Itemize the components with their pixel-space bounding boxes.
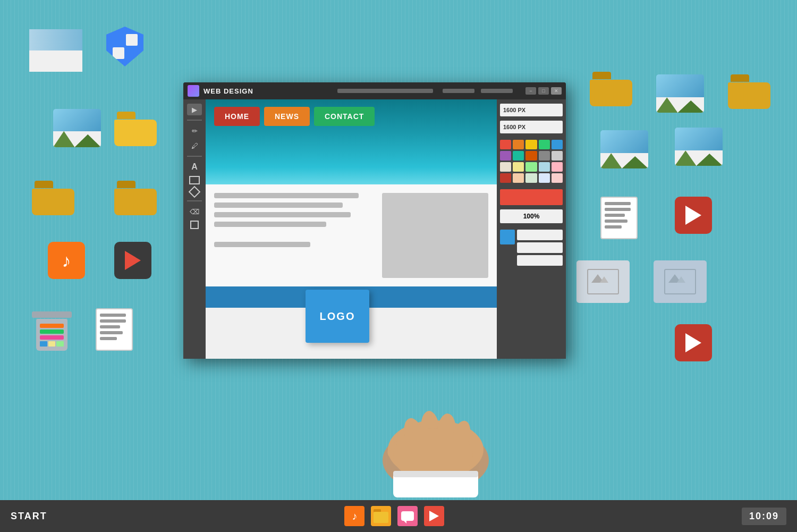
logo-card[interactable]: LOGO [306,290,369,343]
desktop-icon-shield[interactable] [106,27,143,66]
canvas-header: HOME NEWS CONTACT [206,99,497,184]
taskbar-chat-icon[interactable] [397,506,418,526]
photo-placeholder-br1 [576,260,630,303]
taskbar-clock: 10:09 [742,508,786,525]
folder-icon-1 [114,112,157,146]
app-right-panel: 1600 PX 1600 PX [497,99,566,359]
tool-square-small[interactable] [190,221,199,229]
app-titlebar[interactable]: WEB DESIGN − □ ✕ [183,82,566,99]
folder-icon-2 [32,181,74,215]
tool-brush[interactable]: 🖊 [187,140,202,151]
swatch-18[interactable] [525,173,537,183]
app-sidebar: ▶ ✏ 🖊 A ⌫ [183,99,206,359]
nav-home-button[interactable]: HOME [214,107,260,126]
taskbar-play-icon[interactable] [424,506,444,526]
canvas-nav: HOME NEWS CONTACT [206,99,497,133]
app-controls: − □ ✕ [525,87,562,95]
minimize-button[interactable]: − [525,87,536,95]
desktop-icon-doc-left[interactable] [96,308,133,351]
doc-line-r3 [605,214,625,217]
trash-lid [32,311,72,318]
swatch-19[interactable] [539,173,550,183]
swatch-12[interactable] [513,162,524,172]
desktop-icon-youtube-br[interactable] [675,324,712,361]
trash-strip-1 [40,324,64,328]
taskbar-music-icon[interactable]: ♪ [344,506,364,526]
tool-select[interactable]: ▶ [187,104,202,115]
desktop-icon-photo-1[interactable] [53,109,101,147]
taskbar-folder-icon[interactable] [371,506,391,526]
swatch-7[interactable] [513,151,524,161]
swatch-16[interactable] [500,173,511,183]
doc-line-4 [100,331,123,334]
folder-body-1 [114,120,157,146]
panel-inputs [517,230,563,266]
desktop-icon-photo-br1[interactable] [576,260,630,303]
desktop-icon-folder-1[interactable] [114,112,157,146]
doc-line-3 [100,325,120,328]
trash-cell-2 [48,341,56,347]
panel-zoom-field[interactable]: 100% [500,209,563,223]
panel-height-field[interactable]: 1600 PX [500,121,563,133]
trash-body [36,319,67,351]
tool-eraser[interactable]: ⌫ [187,206,202,217]
desktop-icon-folder-2[interactable] [32,181,74,215]
swatch-6[interactable] [500,151,511,161]
folder-tab-1 [117,112,135,119]
swatch-15[interactable] [552,162,563,172]
tool-text[interactable]: A [187,161,202,173]
swatch-14[interactable] [539,162,550,172]
titlebar-bar-2 [443,89,474,93]
desktop-icon-photo-tr3[interactable] [675,128,723,166]
panel-blue-box [500,230,515,244]
trash-strip-2 [40,330,64,334]
nav-news-button[interactable]: NEWS [264,107,310,126]
swatch-3[interactable] [525,140,537,149]
panel-input-2[interactable] [517,242,563,253]
desktop-icon-photo-tr2[interactable] [600,130,648,168]
desktop-icon-music[interactable]: ♪ [48,242,85,279]
swatch-13[interactable] [525,162,537,172]
desktop-icon-photo-br2[interactable] [654,260,707,303]
shield-quad-3 [113,47,124,59]
desktop-icon-youtube-left[interactable] [114,242,151,279]
doc-line-r4 [605,219,628,223]
maximize-button[interactable]: □ [538,87,549,95]
youtube-play-left [125,251,141,270]
start-button[interactable]: START [11,511,47,522]
swatch-2[interactable] [513,140,524,149]
panel-input-3[interactable] [517,255,563,266]
desktop-icon-folder-tr2[interactable] [728,74,770,109]
desktop-icon-photo-tr1[interactable] [656,74,704,113]
desktop-icon-folder-3[interactable] [114,181,157,215]
doc-line-r1 [605,202,631,205]
desktop-icon-monitor[interactable] [29,29,82,72]
desktop-icon-doc-right[interactable] [600,197,638,239]
desktop-icon-youtube-right[interactable] [675,197,712,234]
swatch-17[interactable] [513,173,524,183]
sidebar-divider-3 [187,200,202,201]
desktop-icon-folder-tr[interactable] [590,72,632,106]
text-line-1 [214,193,359,198]
nav-contact-button[interactable]: CONTACT [314,107,375,126]
tool-rect[interactable] [189,176,200,184]
swatch-4[interactable] [539,140,550,149]
doc-line-5 [100,337,117,340]
tool-diamond[interactable] [189,186,201,198]
swatch-20[interactable] [552,173,563,183]
swatch-5[interactable] [552,140,563,149]
swatch-1[interactable] [500,140,511,149]
swatch-10[interactable] [552,151,563,161]
youtube-icon-left [114,242,151,279]
swatch-11[interactable] [500,162,511,172]
panel-input-1[interactable] [517,230,563,240]
close-button[interactable]: ✕ [551,87,562,95]
app-title-text: WEB DESIGN [204,87,328,95]
tool-pencil[interactable]: ✏ [187,125,202,137]
swatch-8[interactable] [525,151,537,161]
swatch-9[interactable] [539,151,550,161]
panel-width-field[interactable]: 1600 PX [500,104,563,116]
shield-shape [106,27,143,66]
folder-body-2 [32,189,74,215]
desktop-icon-trash[interactable] [32,308,72,351]
